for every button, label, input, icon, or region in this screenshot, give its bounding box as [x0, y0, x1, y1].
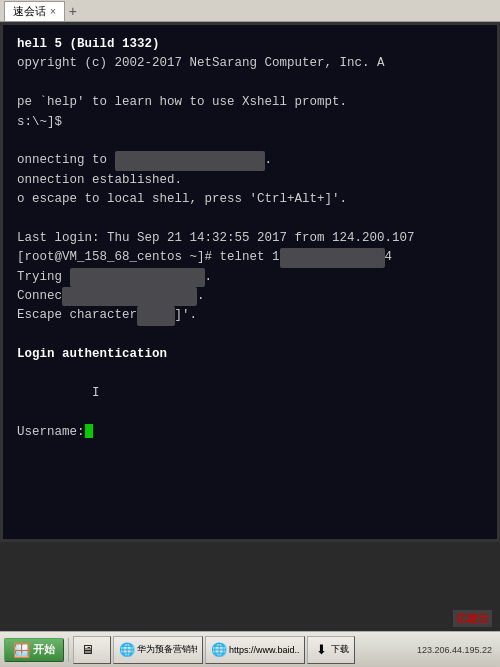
- blurred-ip-1: [115, 151, 265, 170]
- taskbar-clock: 123.206.44.195.22: [417, 645, 492, 655]
- term-line-2: opyright (c) 2002-2017 NetSarang Compute…: [17, 54, 483, 73]
- blurred-char: [137, 306, 175, 325]
- term-line-20: [17, 403, 483, 422]
- term-line-3: [17, 74, 483, 93]
- taskbar-btn-browser1[interactable]: 🌐 华为预备营销转户: [113, 636, 203, 664]
- new-tab-button[interactable]: +: [65, 3, 81, 19]
- taskbar-btn-browser2[interactable]: 🌐 https://www.baid...: [205, 636, 305, 664]
- term-line-16: [17, 326, 483, 345]
- watermark: 亿速云: [453, 610, 492, 627]
- blurred-ip-2: [280, 248, 385, 267]
- term-line-18: [17, 364, 483, 383]
- term-line-11: Last login: Thu Sep 21 14:32:55 2017 fro…: [17, 229, 483, 248]
- taskbar-btn-download[interactable]: ⬇ 下载: [307, 636, 355, 664]
- term-line-4: pe `help' to learn how to use Xshell pro…: [17, 93, 483, 112]
- terminal-icon: 🖥: [79, 642, 95, 658]
- tab-close-button[interactable]: ×: [50, 6, 56, 17]
- term-line-10: [17, 209, 483, 228]
- active-tab[interactable]: 速会话 ×: [4, 1, 65, 21]
- term-line-9: o escape to local shell, press 'Ctrl+Alt…: [17, 190, 483, 209]
- start-label: 开始: [33, 642, 55, 657]
- term-line-8: onnection established.: [17, 171, 483, 190]
- terminal-window: hell 5 (Build 1332) opyright (c) 2002-20…: [0, 22, 500, 542]
- terminal-screen[interactable]: hell 5 (Build 1332) opyright (c) 2002-20…: [3, 25, 497, 539]
- start-button[interactable]: 🪟 开始: [4, 638, 64, 662]
- term-line-14: Connec .: [17, 287, 483, 306]
- blurred-ip-3: [70, 268, 205, 287]
- browser2-icon: 🌐: [211, 642, 227, 658]
- terminal-cursor: [85, 424, 93, 438]
- term-line-12: [root@VM_158_68_centos ~]# telnet 1 4: [17, 248, 483, 267]
- taskbar-btn-browser2-label: https://www.baid...: [229, 645, 299, 655]
- tab-label: 速会话: [13, 4, 46, 19]
- title-bar: 速会话 × +: [0, 0, 500, 22]
- blurred-ip-4: [62, 287, 197, 306]
- start-icon: 🪟: [13, 642, 30, 658]
- taskbar-btn-download-label: 下载: [331, 643, 349, 656]
- term-line-19: I: [17, 384, 483, 403]
- taskbar-separator-1: [68, 638, 69, 662]
- taskbar-right: 123.206.44.195.22: [417, 645, 496, 655]
- term-line-13: Trying .: [17, 268, 483, 287]
- term-line-21: Username:: [17, 423, 483, 442]
- term-line-17: Login authentication: [17, 345, 483, 364]
- term-line-5: s:\~]$: [17, 113, 483, 132]
- term-line-1: hell 5 (Build 1332): [17, 35, 483, 54]
- term-line-6: [17, 132, 483, 151]
- taskbar-btn-terminal[interactable]: 🖥: [73, 636, 111, 664]
- browser1-icon: 🌐: [119, 642, 135, 658]
- taskbar: 🪟 开始 🖥 🌐 华为预备营销转户 🌐 https://www.baid... …: [0, 631, 500, 667]
- download-icon: ⬇: [313, 642, 329, 658]
- taskbar-btn-browser1-label: 华为预备营销转户: [137, 643, 197, 656]
- term-line-15: Escape character ]'.: [17, 306, 483, 325]
- term-line-7: onnecting to .: [17, 151, 483, 170]
